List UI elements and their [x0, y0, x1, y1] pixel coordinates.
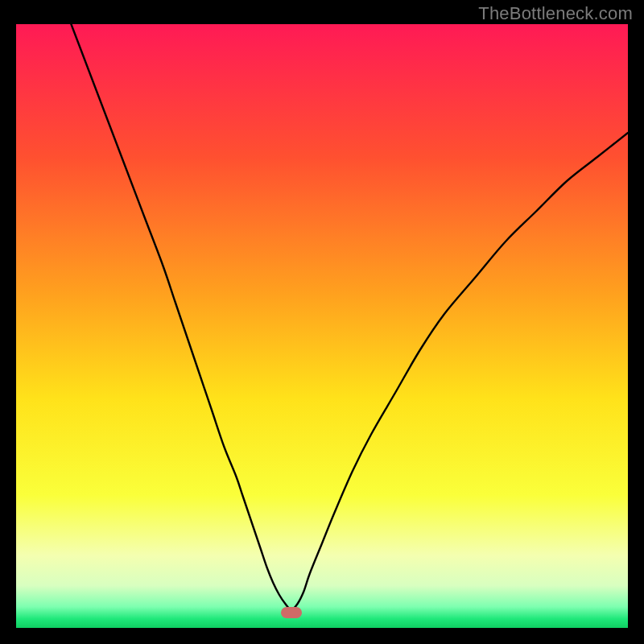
minimum-marker: [281, 607, 302, 618]
chart-container: TheBottleneck.com: [0, 0, 644, 644]
gradient-background: [16, 24, 628, 628]
plot-svg: [16, 24, 628, 628]
watermark-text: TheBottleneck.com: [478, 3, 633, 24]
plot-area: [16, 24, 628, 628]
